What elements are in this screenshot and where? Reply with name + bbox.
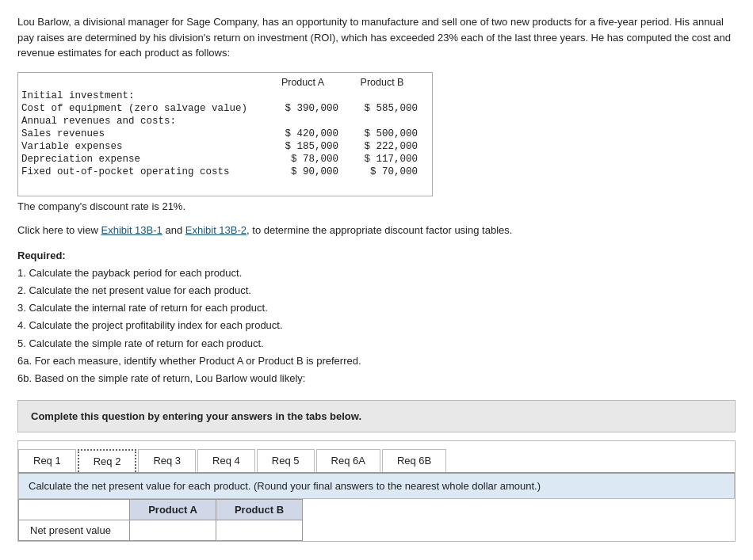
row-a-initial [267,90,346,102]
exhibit-after-text: , to determine the appropriate discount … [247,224,512,236]
tabs-container: Req 1 Req 2 Req 3 Req 4 Req 5 Req 6A Req… [17,440,736,542]
header-product-a: Product A [267,76,346,90]
row-a-variable: $ 185,000 [267,140,346,153]
table-header-row: Product A Product B [21,76,426,90]
table-row: Fixed out-of-pocket operating costs $ 90… [21,166,426,178]
tab-req3[interactable]: Req 3 [138,449,196,472]
table-row: Sales revenues $ 420,000 $ 500,000 [21,128,426,140]
row-b-annual [346,115,426,128]
row-label-annual: Annual revenues and costs: [21,115,267,128]
complete-instruction-box: Complete this question by entering your … [17,400,736,432]
required-section: Required: 1. Calculate the payback perio… [17,247,736,387]
row-label-depreciation: Depreciation expense [21,153,267,166]
exhibit-before-text: Click here to view [17,224,101,236]
npv-product-a-cell[interactable] [130,520,216,540]
calc-instruction-text: Calculate the net present value for each… [29,480,250,492]
intro-paragraph: Lou Barlow, a divisional manager for Sag… [17,14,736,61]
row-a-fixed: $ 90,000 [267,166,346,178]
row-label-sales: Sales revenues [21,128,267,140]
answer-header-label [19,499,130,520]
row-a-sales: $ 420,000 [267,128,346,140]
req-item-2: 2. Calculate the net present value for e… [17,284,251,296]
tab-req6b[interactable]: Req 6B [382,449,446,472]
required-label: Required: [17,250,66,261]
npv-label: Net present value [19,520,130,540]
npv-product-a-input[interactable] [141,524,204,536]
complete-instruction-text: Complete this question by entering your … [31,410,361,422]
row-b-equipment: $ 585,000 [346,102,426,115]
answer-row-npv: Net present value [19,520,303,540]
row-label-variable: Variable expenses [21,140,267,153]
row-a-equipment: $ 390,000 [267,102,346,115]
header-label-col [21,76,267,90]
tab-req1[interactable]: Req 1 [18,449,76,472]
row-b-initial [346,90,426,102]
tab-req5-label: Req 5 [272,455,300,467]
exhibit-mid-text: and [162,224,185,236]
tab-req4-label: Req 4 [212,455,240,467]
table-row: Initial investment: [21,90,426,102]
product-data-table: Product A Product B Initial investment: … [21,76,426,178]
header-product-b: Product B [346,76,426,90]
row-label-initial: Initial investment: [21,90,267,102]
row-a-annual [267,115,346,128]
answer-table: Product A Product B Net present value [18,499,303,541]
tab-req1-label: Req 1 [33,455,61,467]
tab-req6a[interactable]: Req 6A [316,449,380,472]
tab-req2[interactable]: Req 2 [78,449,137,472]
npv-product-b-cell[interactable] [216,520,303,540]
row-label-fixed: Fixed out-of-pocket operating costs [21,166,267,178]
answer-header-product-b: Product B [216,499,303,520]
row-b-depreciation: $ 117,000 [346,153,426,166]
req-item-6a: 6a. For each measure, identify whether P… [17,355,361,367]
row-a-depreciation: $ 78,000 [267,153,346,166]
row-b-fixed: $ 70,000 [346,166,426,178]
calc-note-text: (Round your final answers to the nearest… [254,480,541,492]
req-item-5: 5. Calculate the simple rate of return f… [17,337,264,349]
table-row: Annual revenues and costs: [21,115,426,128]
discount-rate-text: The company's discount rate is 21%. [17,199,736,215]
calc-instruction-box: Calculate the net present value for each… [18,474,735,499]
tab-req6a-label: Req 6A [331,455,365,467]
tab-req6b-label: Req 6B [397,455,431,467]
answer-table-header-row: Product A Product B [19,499,303,520]
row-b-sales: $ 500,000 [346,128,426,140]
tab-req2-label: Req 2 [94,455,121,467]
npv-product-b-input[interactable] [227,524,291,536]
table-row: Depreciation expense $ 78,000 $ 117,000 [21,153,426,166]
req-item-6b: 6b. Based on the simple rate of return, … [17,372,305,384]
req-item-3: 3. Calculate the internal rate of return… [17,302,268,314]
table-row: Variable expenses $ 185,000 $ 222,000 [21,140,426,153]
row-label-equipment: Cost of equipment (zero salvage value) [21,102,267,115]
tab-req5[interactable]: Req 5 [257,449,315,472]
exhibit-2-link[interactable]: Exhibit 13B-2 [185,224,247,236]
data-table-container: Product A Product B Initial investment: … [17,72,433,196]
tab-req3-label: Req 3 [153,455,181,467]
answer-header-product-a: Product A [130,499,216,520]
tab-req4[interactable]: Req 4 [197,449,255,472]
tabs-row: Req 1 Req 2 Req 3 Req 4 Req 5 Req 6A Req… [18,441,735,474]
req-item-1: 1. Calculate the payback period for each… [17,267,242,279]
exhibit-line: Click here to view Exhibit 13B-1 and Exh… [17,223,736,239]
req-item-4: 4. Calculate the project profitability i… [17,319,283,331]
table-row: Cost of equipment (zero salvage value) $… [21,102,426,115]
exhibit-1-link[interactable]: Exhibit 13B-1 [101,224,162,236]
row-b-variable: $ 222,000 [346,140,426,153]
